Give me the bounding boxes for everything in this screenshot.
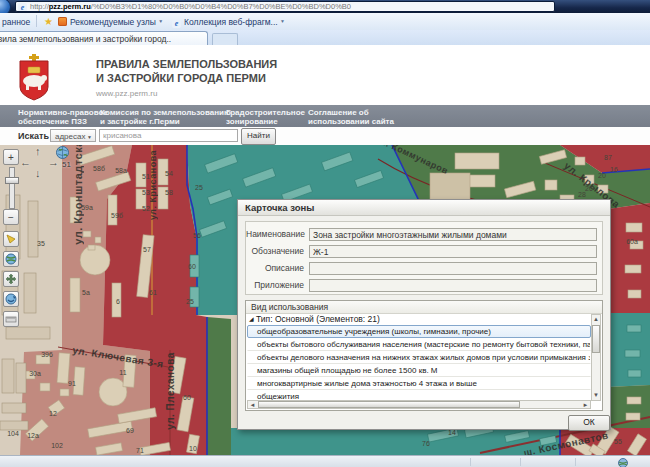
ie-icon: e <box>172 19 181 28</box>
zoom-in-button[interactable]: + <box>3 149 19 165</box>
building-number-label: 59б <box>111 212 123 219</box>
divider <box>520 458 521 466</box>
pan-down-icon[interactable]: ↓ <box>35 167 41 179</box>
building-number-label: 56 <box>193 232 201 239</box>
field-input-name[interactable] <box>309 228 597 241</box>
building-number-label: 60а <box>626 238 638 245</box>
building-number-label: 61 <box>149 289 157 296</box>
nav-item-normative[interactable]: Нормативно-правовоеобеспечение ПЗЗ <box>18 108 108 126</box>
vertical-scrollbar[interactable]: ▲ ▼ <box>591 314 601 401</box>
list-item[interactable]: объекты бытового обслуживания населения … <box>247 338 591 351</box>
map-scale-label: 51 <box>62 160 71 169</box>
field-label-designation: Обозначение <box>246 245 304 258</box>
ruler-icon <box>5 313 17 325</box>
site-url: www.pzz.perm.ru <box>96 89 157 98</box>
building-number-label: 76 <box>422 440 430 447</box>
list-item[interactable]: общеобразовательные учреждения (школы, г… <box>247 325 591 338</box>
list-item[interactable]: магазины общей площадью не более 1500 кв… <box>247 364 591 377</box>
building-number-label: 16 <box>610 166 618 173</box>
nav-item-agreement[interactable]: Соглашение обиспользовании сайта <box>308 108 394 126</box>
url-host: pzz.perm.ru <box>49 2 91 11</box>
chevron-down-icon: ▼ <box>158 18 163 24</box>
prev-extent-button[interactable] <box>3 291 19 307</box>
building-number-label: 91 <box>68 380 76 387</box>
horizontal-scroll-thumb[interactable] <box>258 401 520 408</box>
field-input-attachment[interactable] <box>309 279 597 292</box>
status-bar <box>0 455 650 467</box>
building-number-label: 58а <box>115 167 127 174</box>
vertical-scroll-thumb[interactable] <box>592 325 600 353</box>
building-number-label: 26 <box>585 185 593 192</box>
building-number-label: 54 <box>165 170 173 177</box>
chevron-down-icon: ▼ <box>280 18 285 24</box>
ok-button[interactable]: ОК <box>568 415 610 431</box>
search-strip: Искать в: адресах▼ Найти <box>0 127 650 145</box>
field-input-description[interactable] <box>309 262 597 275</box>
web-slices-button[interactable]: eКоллекция веб-фрагм... ▼ <box>172 17 285 28</box>
zoom-slider-handle[interactable] <box>5 177 19 184</box>
building-number-label: 6 <box>116 298 120 305</box>
field-label-attachment: Приложение <box>246 279 304 292</box>
divider <box>575 458 576 466</box>
building-number-label: 52 <box>142 205 150 212</box>
search-scope-select[interactable]: адресах▼ <box>50 129 96 142</box>
address-bar[interactable]: e http://pzz.perm.ru/%D0%B3%D1%80%D0%B0%… <box>15 1 555 12</box>
building-number-label: 5а <box>82 289 90 296</box>
list-header: Вид использования <box>246 301 602 314</box>
building-number-label: 12 <box>49 410 57 417</box>
building-number-label: 20 <box>598 172 606 179</box>
zoom-out-button[interactable]: − <box>3 209 19 225</box>
list-items-viewport: общеобразовательные учреждения (школы, г… <box>247 325 591 401</box>
scroll-left-icon[interactable]: ◄ <box>248 401 257 410</box>
browser-titlebar: e http://pzz.perm.ru/%D0%B3%D1%80%D0%B0%… <box>0 0 650 13</box>
full-extent-button[interactable] <box>3 251 19 267</box>
scroll-up-icon[interactable]: ▲ <box>592 315 600 324</box>
nav-item-commission[interactable]: Комиссия по землепользованиюи застройке … <box>100 108 231 126</box>
pan-up-icon[interactable]: ↑ <box>35 145 41 157</box>
chevron-down-icon: ▼ <box>87 131 92 144</box>
field-input-designation[interactable] <box>309 245 597 258</box>
tab-active[interactable]: авила землепользования и застройки город… <box>0 31 208 45</box>
nav-item-zoning[interactable]: Градостроительноезонирование <box>226 108 305 126</box>
building-number-label: 69 <box>126 427 134 434</box>
zone-fields-panel: Наименование Обозначение Описание Прилож… <box>245 221 603 295</box>
search-button[interactable]: Найти <box>241 128 276 145</box>
perm-crest-logo <box>18 54 50 102</box>
site-header: ПРАВИЛА ЗЕМЛЕПОЛЬЗОВАНИЯ И ЗАСТРОЙКИ ГОР… <box>0 45 650 105</box>
list-item[interactable]: объекты делового назначения на нижних эт… <box>247 351 591 364</box>
move-icon <box>5 273 17 285</box>
pan-left-icon[interactable]: ← <box>20 156 31 168</box>
expander-icon[interactable]: ◢ <box>249 316 254 322</box>
list-group-row[interactable]: ◢ Тип: Основной (Элементов: 21) <box>246 314 602 325</box>
building-number-label: 60 <box>188 263 196 270</box>
field-label-name: Наименование <box>246 228 304 241</box>
building-number-label: 396 <box>41 351 53 358</box>
cone-icon <box>5 233 17 245</box>
street-label: ул. Плеханова <box>165 352 176 430</box>
recommended-sites-button[interactable]: Рекомендуемые узлы ▼ <box>58 17 163 27</box>
globe-icon[interactable] <box>56 146 69 159</box>
divider <box>470 458 471 466</box>
globe-icon <box>5 253 17 265</box>
favorites-label[interactable]: ранное <box>2 17 30 27</box>
horizontal-scrollbar[interactable]: ◄ ► <box>247 400 591 409</box>
building-number-label: 30а <box>29 370 41 377</box>
building-number-label: 11 <box>119 369 126 376</box>
scroll-down-icon[interactable]: ▼ <box>592 391 600 400</box>
site-title: ПРАВИЛА ЗЕМЛЕПОЛЬЗОВАНИЯ И ЗАСТРОЙКИ ГОР… <box>96 57 277 85</box>
list-item[interactable]: многоквартирные жилые дома этажностью 4 … <box>247 377 591 390</box>
measure-tool-button[interactable] <box>3 311 19 327</box>
identify-tool-button[interactable] <box>3 231 19 247</box>
tab-bar: авила землепользования и застройки город… <box>0 30 650 46</box>
building-number-label: 87 <box>604 154 612 161</box>
search-input[interactable] <box>99 129 238 142</box>
dialog-title[interactable]: Карточка зоны <box>238 200 610 216</box>
zoom-slider[interactable] <box>9 167 15 209</box>
building-number-label: 10 <box>189 445 197 452</box>
building-number-label: 59а <box>81 204 93 211</box>
building-number-label: 102 <box>51 442 63 449</box>
usage-type-list: Вид использования ◢ Тип: Основной (Элеме… <box>245 300 603 411</box>
add-favorite-star-icon[interactable]: ★ <box>44 16 53 27</box>
scroll-right-icon[interactable]: ► <box>581 401 590 410</box>
pan-tool-button[interactable] <box>3 271 19 287</box>
